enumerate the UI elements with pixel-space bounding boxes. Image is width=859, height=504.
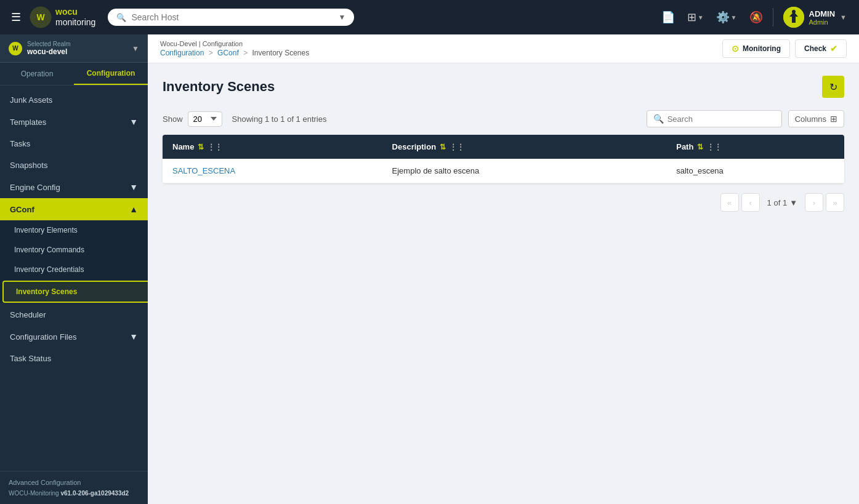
inventory-credentials-label: Inventory Credentials xyxy=(14,265,84,274)
sidebar-item-engine-config[interactable]: Engine Config ▼ xyxy=(0,176,148,198)
engine-config-chevron-icon: ▼ xyxy=(129,182,138,192)
sidebar-item-inventory-scenes[interactable]: Inventory Scenes xyxy=(2,281,148,303)
version-text: WOCU-Monitoring v61.0-206-ga1029433d2 xyxy=(9,490,139,497)
hamburger-menu-button[interactable]: ☰ xyxy=(7,7,25,28)
widget-chevron-icon: ▼ xyxy=(698,14,704,21)
show-control: Show 10 20 50 100 xyxy=(163,111,222,127)
sidebar-item-snapshots[interactable]: Snapshots xyxy=(0,154,148,176)
table-search[interactable]: 🔍 xyxy=(647,110,782,127)
description-sort-icon[interactable]: ⇅ xyxy=(440,143,446,151)
content-area: Wocu-Devel | Configuration Configuration… xyxy=(148,34,859,504)
table-body: SALTO_ESCENA Ejemplo de salto escena sal… xyxy=(163,159,844,183)
search-host-bar[interactable]: 🔍 ▼ xyxy=(108,9,354,26)
realm-info: Selected Realm wocu-devel xyxy=(27,41,127,56)
main-layout: W Selected Realm wocu-devel ▼ Operation … xyxy=(0,34,859,504)
pagination-info: 1 of 1 ▼ xyxy=(762,198,802,207)
col-name-label: Name xyxy=(172,142,194,151)
check-button[interactable]: Check ✔ xyxy=(795,39,847,58)
version-number: v61.0-206-ga1029433d2 xyxy=(60,490,129,497)
sidebar-item-tasks-label: Tasks xyxy=(10,139,138,148)
wocu-logo-icon: W xyxy=(30,6,52,28)
path-col-menu-icon[interactable]: ⋮⋮ xyxy=(707,143,722,151)
sidebar-bottom: Advanced Configuration WOCU-Monitoring v… xyxy=(0,471,148,504)
name-sort-icon[interactable]: ⇅ xyxy=(198,143,204,151)
sidebar-item-inventory-commands[interactable]: Inventory Commands xyxy=(0,240,148,260)
col-description-label: Description xyxy=(392,142,437,151)
sidebar-item-inventory-elements[interactable]: Inventory Elements xyxy=(0,220,148,240)
pagination: « ‹ 1 of 1 ▼ › » xyxy=(163,193,844,212)
columns-button[interactable]: Columns ⊞ xyxy=(788,110,844,127)
show-label: Show xyxy=(163,114,183,124)
pagination-first-button[interactable]: « xyxy=(720,193,739,212)
sub-header: Wocu-Devel | Configuration Configuration… xyxy=(148,34,859,63)
tab-configuration[interactable]: Configuration xyxy=(74,63,148,85)
sidebar-item-scheduler[interactable]: Scheduler xyxy=(0,304,148,326)
sidebar-item-scheduler-label: Scheduler xyxy=(10,310,138,319)
mute-icon: 🔕 xyxy=(749,10,763,24)
breadcrumb-top-text: Wocu-Devel | Configuration xyxy=(160,40,243,47)
widget-icon: ⊞ xyxy=(687,10,696,24)
main-content: Inventory Scenes ↻ Show 10 20 50 100 xyxy=(148,63,859,504)
show-select[interactable]: 10 20 50 100 xyxy=(188,111,222,127)
pagination-prev-button[interactable]: ‹ xyxy=(741,193,760,212)
path-sort-icon[interactable]: ⇅ xyxy=(697,143,703,151)
cell-path: salto_escena xyxy=(666,159,844,183)
name-col-menu-icon[interactable]: ⋮⋮ xyxy=(208,143,222,151)
col-header-path: Path ⇅ ⋮⋮ xyxy=(666,135,844,159)
avatar xyxy=(783,7,804,28)
realm-selector[interactable]: W Selected Realm wocu-devel ▼ xyxy=(0,34,148,63)
inventory-elements-label: Inventory Elements xyxy=(14,226,78,234)
sidebar-item-gconf-label: GConf xyxy=(10,205,129,214)
sidebar: W Selected Realm wocu-devel ▼ Operation … xyxy=(0,34,148,504)
settings-button[interactable]: ⚙️ ▼ xyxy=(711,7,742,28)
sidebar-item-tasks[interactable]: Tasks xyxy=(0,133,148,154)
col-path-label: Path xyxy=(676,142,693,151)
row-name-link[interactable]: SALTO_ESCENA xyxy=(172,166,235,175)
col-header-description: Description ⇅ ⋮⋮ xyxy=(382,135,667,159)
sidebar-item-configuration-files[interactable]: Configuration Files ▼ xyxy=(0,326,148,348)
realm-label: Selected Realm xyxy=(27,41,127,47)
sidebar-item-junk-assets[interactable]: Junk Assets xyxy=(0,89,148,111)
check-label: Check xyxy=(804,44,826,53)
sidebar-item-templates[interactable]: Templates ▼ xyxy=(0,111,148,133)
table-search-input[interactable] xyxy=(667,114,775,124)
columns-label: Columns xyxy=(795,114,826,124)
svg-text:W: W xyxy=(36,12,45,22)
realm-chevron-icon: ▼ xyxy=(132,44,139,53)
user-menu-button[interactable]: ADMIN Admin ▼ xyxy=(778,4,852,30)
pagination-dropdown-icon[interactable]: ▼ xyxy=(789,198,797,207)
description-col-menu-icon[interactable]: ⋮⋮ xyxy=(450,143,464,151)
pagination-last-button[interactable]: » xyxy=(826,193,844,212)
sidebar-item-gconf[interactable]: GConf ▲ xyxy=(0,198,148,220)
tab-operation[interactable]: Operation xyxy=(0,63,74,85)
page-title: Inventory Scenes xyxy=(163,79,275,95)
breadcrumb-top: Wocu-Devel | Configuration xyxy=(160,40,309,47)
monitoring-button[interactable]: ⊙ Monitoring xyxy=(722,39,790,58)
realm-name: wocu-devel xyxy=(27,47,127,56)
search-host-input[interactable] xyxy=(131,12,333,22)
sidebar-item-inventory-credentials[interactable]: Inventory Credentials xyxy=(0,260,148,279)
monitoring-label: Monitoring xyxy=(743,44,781,53)
search-dropdown-arrow[interactable]: ▼ xyxy=(338,13,345,22)
user-chevron-icon: ▼ xyxy=(840,14,847,21)
logo: W wocu monitoring xyxy=(30,6,95,28)
docs-button[interactable]: 📄 xyxy=(656,7,680,28)
mute-button[interactable]: 🔕 xyxy=(744,7,768,28)
breadcrumb-gconf-link[interactable]: GConf xyxy=(217,49,239,57)
table-header-row: Name ⇅ ⋮⋮ Description ⇅ ⋮⋮ xyxy=(163,135,844,159)
page-header: Inventory Scenes ↻ xyxy=(163,76,844,98)
breadcrumb: Wocu-Devel | Configuration Configuration… xyxy=(160,40,309,57)
table-search-icon: 🔍 xyxy=(653,114,664,124)
settings-gear-icon: ⚙️ xyxy=(716,10,730,24)
refresh-button[interactable]: ↻ xyxy=(822,76,844,98)
monitoring-icon: ⊙ xyxy=(732,44,739,54)
docs-icon: 📄 xyxy=(661,10,675,24)
pagination-next-button[interactable]: › xyxy=(805,193,823,212)
gconf-subnav: Inventory Elements Inventory Commands In… xyxy=(0,220,148,303)
widget-button[interactable]: ⊞ ▼ xyxy=(682,7,709,28)
sidebar-item-task-status[interactable]: Task Status xyxy=(0,348,148,369)
user-role: Admin xyxy=(809,18,836,26)
breadcrumb-configuration-link[interactable]: Configuration xyxy=(160,49,204,57)
pagination-current: 1 of 1 xyxy=(767,198,788,207)
search-icon: 🔍 xyxy=(116,13,126,22)
